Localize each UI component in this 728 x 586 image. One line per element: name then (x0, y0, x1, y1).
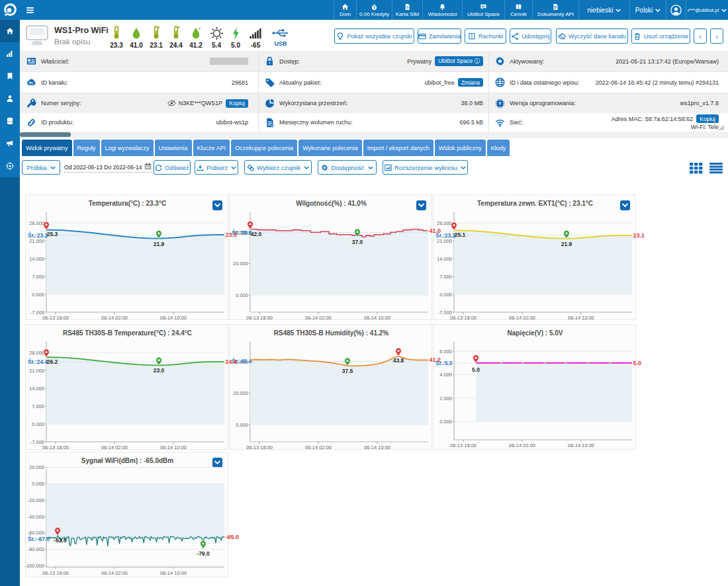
svg-text:21.9: 21.9 (561, 241, 572, 247)
svg-text:20.000: 20.000 (233, 390, 248, 396)
svg-text:Temperatura zewn. EXT1(°C) : 2: Temperatura zewn. EXT1(°C) : 23.1°C (477, 200, 593, 207)
svg-text:37.0: 37.0 (352, 239, 363, 245)
svg-text:-40.000: -40.000 (28, 514, 44, 520)
svg-text:06-14 02:00: 06-14 02:00 (305, 315, 332, 321)
svg-text:0.000: 0.000 (439, 292, 452, 298)
svg-text:21.000: 21.000 (29, 238, 44, 244)
svg-text:28.000: 28.000 (437, 220, 452, 226)
svg-text:37.5: 37.5 (342, 368, 353, 374)
svg-text:23.0: 23.0 (154, 367, 165, 374)
svg-text:25.1: 25.1 (455, 231, 466, 238)
svg-text:R: R (199, 27, 201, 30)
svg-text:06-13 18:00: 06-13 18:00 (42, 315, 69, 321)
svg-text:Śr.:23.2: Śr.:23.2 (28, 231, 48, 239)
svg-text:06-14 02:00: 06-14 02:00 (101, 444, 128, 450)
svg-text:$: $ (373, 6, 375, 9)
svg-text:43.8: 43.8 (393, 357, 404, 364)
svg-text:-20.000: -20.000 (28, 497, 44, 503)
svg-text:0.000: 0.000 (32, 292, 44, 298)
svg-text:14.000: 14.000 (437, 256, 452, 262)
svg-text:0.000: 0.000 (236, 422, 248, 428)
svg-text:Śr.:24.4: Śr.:24.4 (28, 358, 48, 365)
svg-text:7.000: 7.000 (32, 403, 44, 409)
svg-text:28.000: 28.000 (29, 220, 44, 226)
svg-text:28.000: 28.000 (29, 350, 44, 356)
svg-text:0.000: 0.000 (439, 419, 452, 425)
svg-text:7.000: 7.000 (439, 274, 452, 280)
svg-text:Wilgotność(%) : 41.0%: Wilgotność(%) : 41.0% (296, 200, 367, 207)
svg-text:-80.000: -80.000 (28, 546, 44, 552)
svg-text:25.3: 25.3 (47, 231, 58, 237)
svg-text:R: R (178, 26, 180, 29)
svg-text:5.0: 5.0 (472, 366, 480, 373)
svg-text:06-14 10:00: 06-14 10:00 (568, 315, 594, 321)
svg-text:06-14 02:00: 06-14 02:00 (101, 570, 128, 576)
svg-text:14.000: 14.000 (29, 386, 44, 392)
svg-text:06-14 02:00: 06-14 02:00 (101, 315, 128, 321)
svg-text:0.000: 0.000 (236, 292, 248, 298)
svg-text:RS485 TH30S-B Temperature(°C): RS485 TH30S-B Temperature(°C) : 24.4°C (63, 329, 192, 337)
svg-text:5.0: 5.0 (633, 360, 642, 366)
svg-text:-65.0: -65.0 (226, 534, 240, 540)
svg-text:21.9: 21.9 (154, 241, 165, 247)
svg-text:Sygnał WiFi(dBm) : -65.0dBm: Sygnał WiFi(dBm) : -65.0dBm (81, 457, 173, 464)
svg-text:14.000: 14.000 (29, 256, 44, 262)
svg-text:06-14 10:00: 06-14 10:00 (160, 315, 187, 321)
svg-text:6.000: 6.000 (439, 349, 452, 355)
svg-text:0.000: 0.000 (32, 421, 44, 427)
svg-text:23.3: 23.3 (226, 231, 238, 238)
svg-text:E: E (158, 26, 160, 29)
svg-text:41.0: 41.0 (430, 228, 441, 234)
svg-text:20.000: 20.000 (233, 261, 248, 267)
svg-text:06-14 10:00: 06-14 10:00 (568, 442, 594, 448)
svg-text:Napięcie(V) : 5.0V: Napięcie(V) : 5.0V (508, 329, 563, 337)
svg-text:4.000: 4.000 (439, 372, 452, 378)
svg-text:23.1: 23.1 (633, 232, 645, 239)
svg-text:-100.000: -100.000 (24, 563, 44, 569)
svg-text:06-13 18:00: 06-13 18:00 (42, 444, 69, 450)
svg-text:06-13 18:00: 06-13 18:00 (450, 442, 477, 448)
svg-text:No.: No. (29, 81, 34, 85)
svg-text:Temperatura(°C) : 23.3°C: Temperatura(°C) : 23.3°C (89, 200, 166, 207)
svg-text:06-14 10:00: 06-14 10:00 (160, 444, 187, 450)
svg-text:06-14 10:00: 06-14 10:00 (364, 315, 390, 321)
svg-text:06-14 10:00: 06-14 10:00 (364, 444, 390, 450)
svg-text:21.000: 21.000 (29, 368, 44, 374)
svg-text:0.000: 0.000 (32, 481, 44, 487)
svg-text:41.2: 41.2 (430, 356, 441, 363)
svg-text:06-13 18:00: 06-13 18:00 (42, 570, 69, 576)
svg-text:24.4: 24.4 (226, 358, 238, 365)
svg-text:06-13 18:00: 06-13 18:00 (246, 315, 273, 321)
svg-text:06-13 18:00: 06-13 18:00 (450, 315, 477, 321)
svg-text:21.000: 21.000 (437, 238, 452, 244)
svg-text:7.000: 7.000 (32, 274, 44, 280)
svg-text:20.000: 20.000 (29, 464, 44, 470)
svg-text:06-14 10:00: 06-14 10:00 (160, 570, 187, 576)
svg-text:06-14 02:00: 06-14 02:00 (305, 444, 332, 450)
svg-text:06-13 18:00: 06-13 18:00 (246, 444, 273, 450)
svg-text:06-14 02:00: 06-14 02:00 (509, 315, 535, 321)
svg-text:2.000: 2.000 (439, 396, 452, 401)
svg-text:26.2: 26.2 (47, 358, 58, 365)
svg-text:42.0: 42.0 (251, 231, 262, 237)
svg-text:RS485 TH30S-B Humidity(%) : 41: RS485 TH30S-B Humidity(%) : 41.2% (274, 329, 388, 337)
svg-text:06-14 02:00: 06-14 02:00 (509, 442, 535, 448)
svg-text:Śr.:-67.0: Śr.:-67.0 (28, 535, 50, 542)
svg-text:-63.0: -63.0 (54, 537, 67, 544)
svg-text:-79.0: -79.0 (197, 550, 210, 557)
